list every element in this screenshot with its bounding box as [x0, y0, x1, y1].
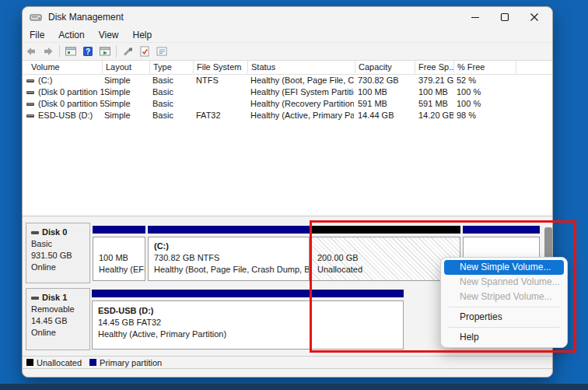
- unallocated-swatch: [26, 359, 33, 366]
- volume-row-partition5[interactable]: (Disk 0 partition 5) Simple Basic Health…: [23, 98, 552, 110]
- menu-item-properties[interactable]: Properties: [444, 310, 564, 325]
- disk-state: Online: [31, 262, 89, 273]
- cell-file-system: FAT32: [196, 110, 244, 121]
- cell-volume: (Disk 0 partition 5): [38, 98, 104, 110]
- disk0-c-partition-bar: [148, 226, 310, 234]
- svg-text:?: ?: [86, 47, 90, 56]
- properties-list-icon: [156, 45, 168, 58]
- maximize-button[interactable]: [490, 7, 520, 27]
- disk1-esd-usb-partition[interactable]: ESD-USB (D:) 14.45 GB FAT32 Healthy (Act…: [92, 300, 404, 350]
- disk0-unallocated-partition[interactable]: 200.00 GB Unallocated: [311, 237, 460, 281]
- volume-row-c[interactable]: (C:) Simple Basic NTFS Healthy (Boot, Pa…: [23, 75, 552, 86]
- disk-size: 14.45 GB: [31, 315, 89, 327]
- toolbar: ?: [23, 43, 552, 61]
- wand-icon: [121, 45, 134, 58]
- volume-row-esd-usb[interactable]: ESD-USB (D:) Simple Basic FAT32 Healthy …: [23, 110, 552, 121]
- close-button[interactable]: [520, 7, 549, 27]
- cell-layout: Simple: [104, 110, 148, 121]
- desktop: { "window": { "title": "Disk Management"…: [0, 0, 588, 390]
- cell-capacity: 14.44 GB: [358, 110, 414, 121]
- column-header-capacity[interactable]: Capacity: [355, 61, 415, 73]
- column-header-file-system[interactable]: File System: [194, 61, 248, 73]
- cell-layout: Simple: [104, 86, 148, 98]
- close-icon: [530, 12, 539, 22]
- back-button[interactable]: [23, 44, 40, 59]
- cell-status: Healthy (Boot, Page File, Cr...: [250, 75, 354, 86]
- cell-pct-free: 98 %: [457, 110, 511, 121]
- volume-icon: [26, 114, 34, 118]
- disk-icon: [31, 297, 39, 300]
- volume-icon: [26, 79, 34, 83]
- cell-pct-free: 100 %: [457, 98, 511, 110]
- help-icon: ?: [82, 45, 94, 58]
- disk0-efi-partition[interactable]: 100 MB Healthy (EFI S: [93, 237, 145, 281]
- menu-item-new-spanned-volume[interactable]: New Spanned Volume...: [444, 275, 564, 290]
- column-header-pct-free[interactable]: % Free: [454, 61, 516, 73]
- column-header-layout[interactable]: Layout: [103, 61, 150, 73]
- cell-file-system: [196, 86, 244, 98]
- cell-capacity: 730.82 GB: [358, 75, 414, 86]
- cell-volume: (C:): [38, 75, 104, 86]
- column-header-free-space[interactable]: Free Sp...: [415, 61, 454, 73]
- cell-capacity: 100 MB: [358, 86, 414, 98]
- menu-item-new-simple-volume[interactable]: New Simple Volume...: [444, 260, 564, 275]
- menu-file[interactable]: File: [23, 27, 51, 42]
- partition-status: Healthy (EFI S: [99, 264, 139, 276]
- show-action-pane-icon: [99, 45, 111, 58]
- disk-size: 931.50 GB: [31, 250, 89, 262]
- cell-free-space: 100 MB: [418, 86, 453, 98]
- context-menu: New Simple Volume... New Spanned Volume.…: [440, 257, 568, 348]
- column-header-volume[interactable]: Volume: [23, 61, 103, 73]
- toolbar-separator: [59, 45, 60, 58]
- column-header-status[interactable]: Status: [248, 61, 355, 73]
- column-header-empty: [516, 61, 553, 73]
- partition-size: 730.82 GB NTFS: [154, 252, 303, 264]
- partition-size: 100 MB: [99, 252, 139, 264]
- cell-capacity: 591 MB: [358, 98, 414, 110]
- menu-item-new-striped-volume[interactable]: New Striped Volume...: [444, 290, 564, 304]
- cell-status: Healthy (Active, Primary Par...: [250, 110, 354, 121]
- show-console-tree-icon: [65, 45, 77, 58]
- menu-item-help[interactable]: Help: [444, 330, 564, 345]
- volume-list-pane: Volume Layout Type File System Status Ca…: [23, 60, 552, 216]
- cell-type: Basic: [152, 98, 191, 110]
- properties-button[interactable]: [153, 44, 170, 59]
- minimize-button[interactable]: [460, 7, 490, 27]
- cell-free-space: 14.20 GB: [418, 110, 453, 121]
- volume-list-header: Volume Layout Type File System Status Ca…: [23, 61, 552, 75]
- menu-action[interactable]: Action: [51, 27, 91, 42]
- cell-pct-free: 100 %: [457, 86, 511, 98]
- partition-size: 14.45 GB FAT32: [98, 317, 397, 329]
- cell-volume: ESD-USB (D:): [38, 110, 104, 121]
- wand-tool-button[interactable]: [119, 44, 136, 59]
- cell-layout: Simple: [104, 75, 148, 86]
- disk-icon: [31, 231, 39, 234]
- column-header-type[interactable]: Type: [150, 61, 194, 73]
- app-icon: [30, 11, 42, 23]
- partition-size: 200.00 GB: [317, 252, 454, 264]
- partition-status: Healthy (Boot, Page File, Crash Dump, Ba…: [154, 264, 303, 276]
- disk0-label-box[interactable]: Disk 0 Basic 931.50 GB Online: [26, 223, 90, 283]
- disk1-label-box[interactable]: Disk 1 Removable 14.45 GB Online: [26, 288, 90, 350]
- disk0-c-partition[interactable]: (C:) 730.82 GB NTFS Healthy (Boot, Page …: [148, 237, 310, 281]
- titlebar: Disk Management: [23, 7, 552, 27]
- menu-separator: [448, 327, 560, 328]
- legend-label: Primary partition: [100, 358, 162, 367]
- legend-unallocated: Unallocated: [26, 358, 82, 367]
- cell-status: Healthy (EFI System Partition): [250, 86, 354, 98]
- show-action-pane-button[interactable]: [96, 44, 114, 59]
- forward-button[interactable]: [40, 44, 57, 59]
- primary-partition-swatch: [89, 359, 96, 366]
- volume-icon: [26, 91, 34, 94]
- partition-name: ESD-USB (D:): [98, 305, 397, 317]
- desktop-bottom-strip: [0, 384, 588, 390]
- rescan-disks-button[interactable]: [136, 44, 153, 59]
- volume-row-partition1[interactable]: (Disk 0 partition 1) Simple Basic Health…: [23, 86, 552, 98]
- menu-help[interactable]: Help: [126, 27, 159, 42]
- cell-type: Basic: [152, 75, 191, 86]
- help-button[interactable]: ?: [79, 44, 96, 59]
- menu-view[interactable]: View: [92, 27, 126, 42]
- show-console-tree-button[interactable]: [62, 44, 79, 59]
- cell-free-space: 379.21 GB: [418, 75, 453, 86]
- disk-name: Disk 1: [42, 292, 67, 304]
